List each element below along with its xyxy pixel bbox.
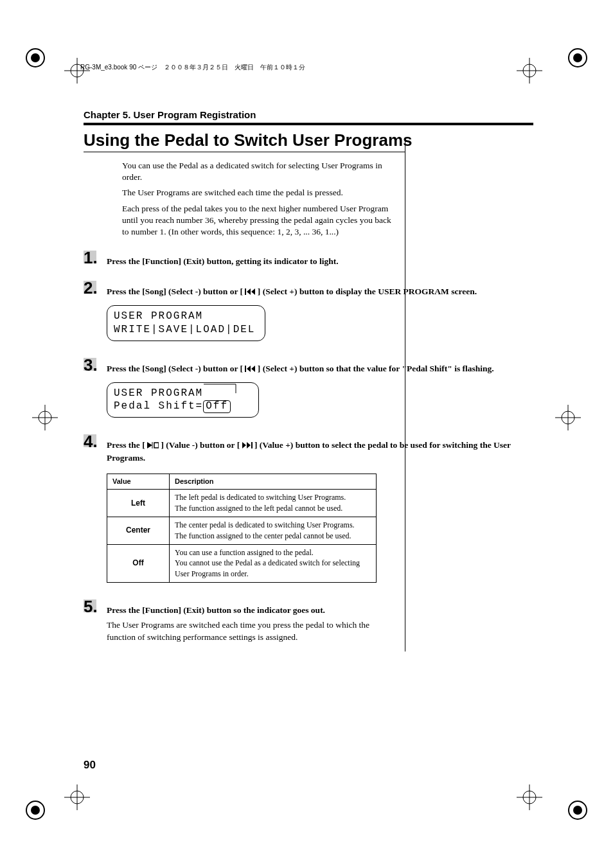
step-text: Press the [Song] (Select -) button or [ … — [107, 287, 477, 296]
step-number: 5. — [84, 598, 107, 615]
svg-point-3 — [573, 53, 582, 62]
options-table: Value Description Left The left pedal is… — [107, 474, 377, 583]
step-row: 4. Press the [ ] (Value -) button or [ ]… — [84, 433, 533, 583]
svg-marker-36 — [247, 442, 251, 448]
svg-marker-35 — [242, 442, 246, 448]
svg-marker-30 — [247, 366, 251, 372]
step-number: 1. — [84, 249, 107, 266]
crop-mark-icon — [32, 405, 58, 430]
table-value: Center — [107, 517, 170, 544]
svg-marker-27 — [247, 288, 251, 295]
table-value: Off — [107, 544, 170, 582]
registration-mark-icon — [565, 45, 591, 71]
registration-mark-icon — [22, 45, 48, 71]
lcd-display: USER PROGRAM Pedal Shift=Off — [107, 382, 259, 418]
table-header: Value — [107, 474, 170, 489]
svg-rect-26 — [245, 288, 246, 295]
lcd-line: Pedal Shift=Off — [114, 400, 252, 413]
table-row: Center The center pedal is dedicated to … — [107, 517, 377, 544]
skip-back-icon — [245, 287, 255, 299]
svg-point-5 — [31, 806, 40, 815]
table-header-row: Value Description — [107, 474, 377, 489]
step-number: 2. — [84, 279, 107, 296]
step-text: Press the [ ] (Value -) button or [ ] (V… — [107, 440, 511, 463]
callout-line-icon — [204, 382, 242, 393]
step-row: 3. Press the [Song] (Select -) button or… — [84, 357, 533, 421]
svg-rect-29 — [245, 366, 246, 372]
table-value: Left — [107, 490, 170, 517]
table-header: Description — [170, 474, 377, 489]
lcd-flashing-value: Off — [203, 400, 231, 413]
print-header-line: RG-3M_e3.book 90 ページ ２００８年３月２５日 火曜日 午前１０… — [80, 63, 305, 72]
intro-paragraph: Each press of the pedal takes you to the… — [122, 203, 398, 238]
intro-paragraph: You can use the Pedal as a dedicated swi… — [122, 160, 398, 183]
skip-forward-icon — [242, 440, 253, 452]
svg-marker-32 — [147, 442, 152, 448]
step-number: 4. — [84, 433, 107, 450]
svg-point-7 — [573, 806, 582, 815]
table-row: Off You can use a function assigned to t… — [107, 544, 377, 582]
table-description: You can use a function assigned to the p… — [170, 544, 377, 582]
skip-back-icon — [245, 364, 255, 376]
title-rule — [84, 152, 405, 152]
table-description: The center pedal is dedicated to switchi… — [170, 517, 377, 544]
step-text: Press the [Function] (Exit) button so th… — [107, 605, 533, 617]
page-number: 90 — [84, 759, 96, 772]
crop-mark-icon — [517, 784, 542, 810]
crop-mark-icon — [555, 405, 581, 430]
registration-mark-icon — [22, 797, 48, 823]
step-text: Press the [Function] (Exit) button, gett… — [107, 256, 339, 266]
lcd-line: WRITE|SAVE|LOAD|DEL — [114, 323, 258, 337]
play-stop-icon — [147, 440, 159, 452]
chapter-rule — [84, 123, 533, 125]
step-text: Press the [Song] (Select -) button or [ … — [107, 364, 494, 373]
step-row: 2. Press the [Song] (Select -) button or… — [84, 279, 533, 344]
chapter-heading: Chapter 5. User Program Registration — [84, 109, 533, 120]
intro-block: You can use the Pedal as a dedicated swi… — [122, 160, 398, 238]
lcd-line: USER PROGRAM — [114, 310, 258, 323]
step-body-text: The User Programs are switched each time… — [107, 619, 389, 644]
crop-mark-icon — [517, 58, 542, 84]
intro-paragraph: The User Programs are switched each time… — [122, 187, 398, 199]
lcd-display: USER PROGRAM WRITE|SAVE|LOAD|DEL — [107, 305, 265, 341]
registration-mark-icon — [565, 797, 591, 823]
page-title: Using the Pedal to Switch User Programs — [84, 130, 533, 150]
table-row: Left The left pedal is dedicated to swit… — [107, 490, 377, 517]
step-number: 3. — [84, 357, 107, 373]
step-row: 5. Press the [Function] (Exit) button so… — [84, 598, 533, 644]
svg-point-1 — [31, 53, 40, 62]
crop-mark-icon — [64, 784, 90, 810]
step-row: 1. Press the [Function] (Exit) button, g… — [84, 249, 533, 268]
table-description: The left pedal is dedicated to switching… — [170, 490, 377, 517]
